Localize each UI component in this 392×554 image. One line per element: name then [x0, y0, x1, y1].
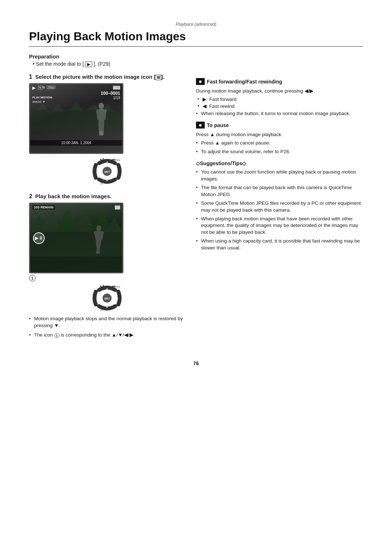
remain-label: 10S REMAIN — [32, 205, 55, 209]
to-pause-body: Press ▲ during motion image playback. — [196, 131, 363, 138]
suggestion-3: Some QuickTime Motion JPEG files recorde… — [196, 200, 363, 214]
left-bullet-1: Motion image playback stops and the norm… — [29, 315, 185, 329]
suggestions-header: ◇Suggestions/Tips◇ — [196, 160, 363, 166]
svg-text:▶▐: ▶▐ — [100, 158, 104, 161]
left-bullets: Motion image playback stops and the norm… — [29, 315, 185, 339]
svg-text:SET: SET — [104, 170, 110, 174]
ff-bullet-1: When releasing the button, it turns to n… — [196, 110, 363, 117]
svg-text:≡≡: ≡≡ — [100, 182, 103, 185]
left-bullet-2: The icon 1 is corresponding to the ▲/▼/◀… — [29, 332, 185, 339]
fast-forward-bullets: When releasing the button, it turns to n… — [196, 110, 363, 117]
battery-icon: ▓▓ — [115, 205, 120, 209]
pause-bullet-2: To adjust the sound volume, refer to P26… — [196, 148, 363, 155]
circle-indicator-wrap: 1 — [29, 275, 185, 281]
to-pause-title: To pause — [207, 122, 229, 128]
suggestion-1: You cannot use the zoom function while p… — [196, 169, 363, 183]
svg-marker-9 — [69, 103, 83, 110]
svg-text:▼: ▼ — [106, 179, 108, 182]
to-pause-bullets: Press ▲ again to cancel pause. To adjust… — [196, 140, 363, 155]
svg-text:SET: SET — [104, 297, 110, 300]
svg-text:◀: ◀ — [96, 297, 98, 300]
suggestions-list: You cannot use the zoom function while p… — [196, 169, 363, 252]
play-motion-label: PLAY MOTION — [32, 96, 52, 99]
page-title: Playing Back Motion Images — [29, 30, 363, 47]
circle-1: 1 — [29, 275, 36, 281]
control-wheel-1-wrap: SET ▲ ▼ ◀ ▶ ▶▐ ≡≡ ◀◀ REVIEW — [29, 157, 185, 186]
step2: 2 Play back the motion images. — [29, 193, 185, 339]
step1-label: 1 Select the picture with the motion ima… — [29, 74, 185, 80]
suggestion-4: When playing back motion images that hav… — [196, 216, 363, 236]
svg-point-30 — [96, 225, 101, 231]
left-column: 1 Select the picture with the motion ima… — [29, 74, 185, 346]
preparation-label: Preparation — [29, 53, 363, 60]
control-wheel-2-wrap: SET ▲ ▼ ◀ ▶ ▶▐ ≡≡ ◀◀ REVIEW — [29, 284, 185, 313]
preparation-bullet: • Set the mode dial to [ ▶ ]. (P29) — [33, 61, 363, 67]
svg-marker-7 — [37, 103, 48, 110]
pause-bullet-1: Press ▲ again to cancel pause. — [196, 140, 363, 147]
camera-screen-2: 10S REMAIN ▓▓ ▶⏸ — [29, 203, 123, 273]
fast-forward-title: Fast forwarding/Fast rewinding — [207, 79, 282, 85]
svg-text:REVIEW: REVIEW — [113, 159, 121, 161]
file-number: 100–0001 — [101, 91, 120, 96]
svg-text:▲: ▲ — [106, 160, 108, 163]
svg-marker-10 — [87, 105, 101, 110]
fast-forward-direction-list: ▶: Fast forward ◀: Fast rewind — [197, 96, 363, 109]
camera-screen-1: ▶ N ⊞ 30fps ▓▓▓ 100–0001 PLAY MOTION 1/1… — [29, 83, 123, 154]
fast-forward-section-header: ■ Fast forwarding/Fast rewinding — [196, 78, 363, 85]
fraction-label: 1/19 — [113, 96, 120, 100]
svg-text:▶▐: ▶▐ — [100, 285, 104, 288]
fast-rewind-item: ◀: Fast rewind — [197, 103, 363, 109]
control-wheel-2: SET ▲ ▼ ◀ ▶ ▶▐ ≡≡ ◀◀ REVIEW — [93, 284, 122, 313]
step1: 1 Select the picture with the motion ima… — [29, 74, 185, 186]
suggestion-5: When using a high capacity card, it is p… — [196, 238, 363, 252]
svg-text:≡≡: ≡≡ — [100, 309, 103, 311]
svg-marker-11 — [101, 104, 114, 111]
page-number: 76 — [29, 360, 363, 366]
date-bar: 10:00 JAN. 1.2004 — [30, 140, 122, 146]
main-content: 1 Select the picture with the motion ima… — [29, 74, 363, 346]
svg-marker-8 — [52, 103, 64, 111]
preparation-section: Preparation • Set the mode dial to [ ▶ ]… — [29, 53, 363, 67]
svg-text:▼: ▼ — [106, 306, 108, 309]
svg-text:▲: ▲ — [106, 287, 108, 290]
control-wheel-1: SET ▲ ▼ ◀ ▶ ▶▐ ≡≡ ◀◀ REVIEW — [93, 157, 122, 186]
person-silhouette-2 — [90, 225, 108, 261]
svg-text:REVIEW: REVIEW — [113, 286, 121, 288]
svg-rect-29 — [30, 256, 122, 272]
right-column: ■ Fast forwarding/Fast rewinding During … — [196, 74, 363, 346]
play-pause-btn: ▶⏸ — [33, 232, 45, 244]
page-header: Playback (advanced) — [29, 22, 363, 27]
to-pause-section-header: ■ To pause — [196, 122, 363, 129]
step2-label: 2 Play back the motion images. — [29, 193, 185, 200]
fast-forward-body: During motion image playback, continue p… — [196, 87, 363, 95]
suggestion-2: The file format that can be played back … — [196, 184, 363, 198]
svg-text:◀: ◀ — [96, 171, 98, 174]
bg-trees-1 — [30, 102, 122, 131]
fast-forward-item: ▶: Fast forward — [197, 96, 363, 102]
svg-rect-6 — [30, 110, 122, 131]
